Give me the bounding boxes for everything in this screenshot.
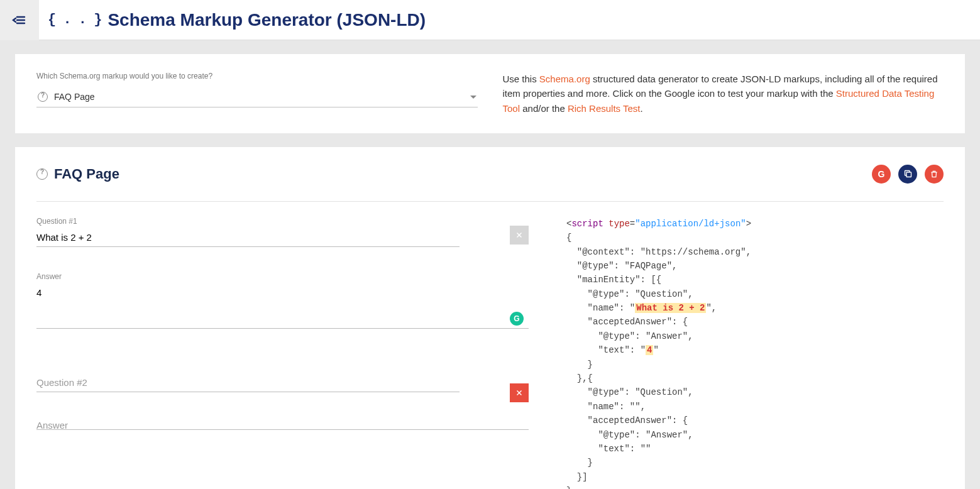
code-output: <script type="application/ld+json"> { "@… — [566, 217, 944, 489]
answer-block: Answer G — [36, 272, 529, 331]
menu-toggle-button[interactable] — [0, 0, 39, 40]
answer-block — [36, 417, 529, 432]
close-icon — [515, 231, 523, 239]
question-input[interactable] — [36, 375, 460, 392]
copy-icon — [903, 169, 913, 179]
answer-input[interactable] — [36, 417, 529, 430]
answer-input[interactable] — [36, 285, 529, 329]
question-mark-icon — [38, 92, 48, 102]
grammarly-icon[interactable]: G — [510, 312, 524, 326]
chevron-down-icon — [470, 96, 476, 99]
schema-selector-panel: Which Schema.org markup would you like t… — [15, 54, 965, 133]
test-google-button[interactable]: G — [872, 165, 891, 184]
schema-select-label: Which Schema.org markup would you like t… — [36, 72, 478, 80]
faq-section-title: FAQ Page — [54, 166, 119, 182]
svg-rect-3 — [906, 172, 911, 177]
question-block — [36, 375, 529, 392]
logo-icon: { . . } — [48, 12, 101, 28]
schema-org-link[interactable]: Schema.org — [539, 74, 590, 84]
schema-select-value: FAQ Page — [54, 92, 95, 102]
remove-question-button[interactable] — [510, 383, 529, 402]
question-block: Question #1 — [36, 217, 529, 247]
header-bar: { . . } Schema Markup Generator (JSON-LD… — [0, 0, 980, 40]
menu-collapse-icon — [12, 13, 27, 28]
google-icon: G — [878, 169, 885, 179]
schema-select-dropdown[interactable]: FAQ Page — [36, 89, 478, 107]
rich-results-link[interactable]: Rich Results Test — [568, 103, 641, 114]
remove-question-button[interactable] — [510, 226, 529, 245]
question-label: Question #1 — [36, 217, 529, 226]
copy-button[interactable] — [898, 165, 917, 184]
close-icon — [515, 389, 523, 397]
faq-form: Question #1 Answer G — [36, 217, 529, 489]
question-mark-icon — [36, 168, 48, 180]
trash-icon — [930, 170, 939, 179]
faq-panel: FAQ Page G — [15, 147, 965, 489]
page-title: Schema Markup Generator (JSON-LD) — [107, 10, 426, 30]
reset-button[interactable] — [925, 165, 944, 184]
question-input[interactable] — [36, 229, 460, 247]
intro-text: Use this Schema.org structured data gene… — [503, 72, 944, 116]
answer-label: Answer — [36, 272, 529, 281]
